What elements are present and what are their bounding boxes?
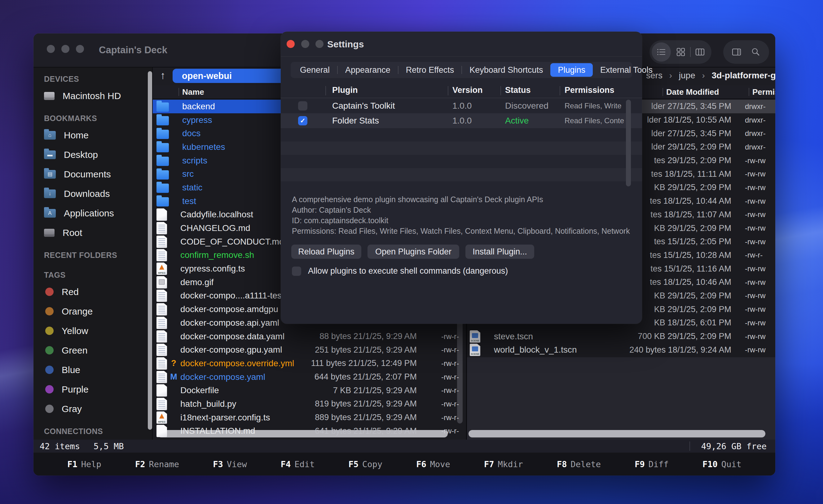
- sidebar-item-blue[interactable]: Blue: [33, 360, 152, 380]
- sidebar-item-home[interactable]: ⌂Home: [33, 125, 152, 145]
- sidebar-item-yellow[interactable]: Yellow: [33, 321, 152, 340]
- dialog-zoom-button[interactable]: [315, 40, 324, 48]
- breadcrumb-segment[interactable]: jupe: [679, 70, 695, 80]
- file-size-date: tes 15/1/25, 10:28 AM: [650, 250, 731, 260]
- file-row[interactable]: ?docker-compose.override.yml111 bytes 21…: [153, 357, 466, 370]
- sidebar-item-desktop[interactable]: ▬Desktop: [33, 145, 152, 165]
- file-row[interactable]: SCENEsteve.tscn700 KB 29/1/25, 2:09 PM-r…: [467, 330, 775, 343]
- file-size-date: tes 15/1/25, 2:05 PM: [654, 237, 731, 246]
- open-plugins-folder-button[interactable]: Open Plugins Folder: [367, 245, 459, 259]
- fkey-f2-rename[interactable]: F2Rename: [135, 459, 179, 469]
- folder-icon: ⌂: [44, 131, 56, 140]
- file-name: Dockerfile: [180, 386, 466, 395]
- horizontal-scrollbar[interactable]: [469, 430, 765, 438]
- plugin-permissions: Read Files, Conte: [564, 113, 625, 128]
- plugin-row-folder-stats[interactable]: Folder Stats1.0.0ActiveRead Files, Conte: [281, 113, 642, 128]
- free-space: 49,26 GB free: [701, 442, 767, 451]
- file-permissions: -rw-rw: [745, 197, 766, 206]
- file-permissions: -rw-rw: [745, 183, 766, 192]
- tab-retro-effects[interactable]: Retro Effects: [398, 63, 462, 77]
- folder-icon: [156, 157, 169, 166]
- date-modified-column-header[interactable]: Date Modified: [666, 87, 719, 97]
- permissions-column-header[interactable]: Permissions: [564, 85, 615, 95]
- plugin-enabled-checkbox[interactable]: [298, 101, 307, 110]
- search-button[interactable]: [750, 46, 761, 58]
- columns-view-button[interactable]: [694, 46, 705, 58]
- panel-toggle-button[interactable]: [731, 46, 742, 58]
- fkey-f1-help[interactable]: F1Help: [67, 459, 101, 469]
- allow-shell-checkbox[interactable]: [292, 267, 301, 276]
- sidebar-item-gray[interactable]: Gray: [33, 399, 152, 419]
- sidebar-item-label: Red: [62, 287, 79, 297]
- grid-view-button[interactable]: [675, 46, 686, 58]
- file-row[interactable]: MPEGi18next-parser.config.ts889 bytes 21…: [153, 411, 466, 425]
- zoom-button[interactable]: [76, 45, 84, 53]
- file-row[interactable]: SCENEworld_block_v_1.tscn240 bytes 18/1/…: [467, 343, 775, 357]
- file-row[interactable]: docker-compose.data.yaml88 bytes 21/1/25…: [153, 330, 466, 343]
- permissions-column-header[interactable]: Permis: [752, 87, 775, 97]
- file-row[interactable]: Dockerfile7 KB 21/1/25, 9:29 AM-rw-r-: [153, 384, 466, 397]
- file-size-date: KB 29/1/25, 2:09 PM: [654, 224, 731, 233]
- file-permissions: -rw-r-: [441, 332, 459, 341]
- status-bar: 42 items 5,5 MB 49,26 GB free: [33, 440, 775, 453]
- sidebar-item-purple[interactable]: Purple: [33, 380, 152, 399]
- file-permissions: -rw-rw: [745, 318, 766, 327]
- file-size-date: KB 29/1/25, 2:09 PM: [654, 291, 731, 301]
- file-row[interactable]: hatch_build.py819 bytes 21/1/25, 9:29 AM…: [153, 397, 466, 411]
- fkey-f5-copy[interactable]: F5Copy: [349, 459, 383, 469]
- window-title: Captain's Deck: [99, 45, 167, 56]
- file-permissions: -rw-r-: [745, 251, 763, 259]
- text-document-icon: [156, 222, 167, 234]
- up-directory-button[interactable]: ↑: [160, 69, 165, 81]
- sidebar-item-downloads[interactable]: ↓Downloads: [33, 184, 152, 203]
- sidebar-item-documents[interactable]: ▤Documents: [33, 165, 152, 184]
- plugin-column-header[interactable]: Plugin: [332, 85, 358, 95]
- plugin-row-captain-s-toolkit[interactable]: Captain's Toolkit1.0.0DiscoveredRead Fil…: [281, 98, 642, 113]
- fkey-f7-mkdir[interactable]: F7Mkdir: [484, 459, 523, 469]
- plugin-enabled-checkbox[interactable]: [298, 116, 307, 125]
- sidebar-item-root[interactable]: Root: [33, 223, 152, 242]
- tab-plugins[interactable]: Plugins: [550, 63, 593, 77]
- folder-icon: [156, 170, 169, 180]
- fkey-f6-move[interactable]: F6Move: [416, 459, 450, 469]
- file-size-date: 641 bytes 21/1/25, 9:29 AM: [315, 426, 417, 436]
- fkey-f9-diff[interactable]: F9Diff: [635, 459, 669, 469]
- tab-appearance[interactable]: Appearance: [338, 63, 398, 77]
- file-size-date: 889 bytes 21/1/25, 9:29 AM: [315, 413, 417, 422]
- sidebar-item-applications[interactable]: AApplications: [33, 203, 152, 223]
- dialog-minimize-button[interactable]: [301, 40, 309, 48]
- version-column-header[interactable]: Version: [452, 85, 483, 95]
- list-view-button[interactable]: [652, 42, 671, 62]
- fkey-f3-view[interactable]: F3View: [213, 459, 247, 469]
- sidebar-scrollbar[interactable]: [148, 71, 152, 430]
- file-size-date: 111 bytes 21/1/25, 12:49 PM: [311, 358, 417, 368]
- file-row[interactable]: docker-compose.gpu.yaml251 bytes 21/1/25…: [153, 343, 466, 357]
- file-permissions: drwxr-: [745, 143, 766, 152]
- sidebar-item-red[interactable]: Red: [33, 282, 152, 301]
- breadcrumb-current[interactable]: 3d-platformer-game: [712, 70, 775, 80]
- close-button[interactable]: [47, 45, 55, 53]
- tab-keyboard-shortcuts[interactable]: Keyboard Shortcuts: [462, 63, 550, 77]
- plugin-name: Captain's Toolkit: [332, 98, 395, 113]
- folder-icon: A: [44, 209, 56, 218]
- fkey-f4-edit[interactable]: F4Edit: [281, 459, 315, 469]
- file-row[interactable]: Mdocker-compose.yaml644 bytes 21/1/25, 2…: [153, 370, 466, 384]
- install-plugin-button[interactable]: Install Plugin...: [465, 245, 534, 259]
- sidebar-item-macintosh-hd[interactable]: Macintosh HD: [33, 86, 152, 105]
- reload-plugins-button[interactable]: Reload Plugins: [291, 245, 361, 259]
- status-column-header[interactable]: Status: [505, 85, 531, 95]
- name-column-header[interactable]: Name: [182, 87, 204, 97]
- plugin-table-scrollbar[interactable]: [626, 100, 631, 186]
- fkey-f10-quit[interactable]: F10Quit: [702, 459, 742, 469]
- file-row[interactable]: INSTALLATION.md641 bytes 21/1/25, 9:29 A…: [153, 425, 466, 438]
- tab-external-tools[interactable]: External Tools: [593, 63, 660, 77]
- sidebar-item-green[interactable]: Green: [33, 340, 152, 360]
- sidebar-item-label: Orange: [62, 306, 93, 317]
- sidebar-item-orange[interactable]: Orange: [33, 301, 152, 321]
- tab-general[interactable]: General: [293, 63, 337, 77]
- dialog-close-button[interactable]: [287, 40, 295, 48]
- file-size-date: 88 bytes 21/1/25, 9:29 AM: [319, 331, 417, 341]
- folder-icon: [156, 116, 169, 125]
- minimize-button[interactable]: [61, 45, 69, 53]
- fkey-f8-delete[interactable]: F8Delete: [557, 459, 601, 469]
